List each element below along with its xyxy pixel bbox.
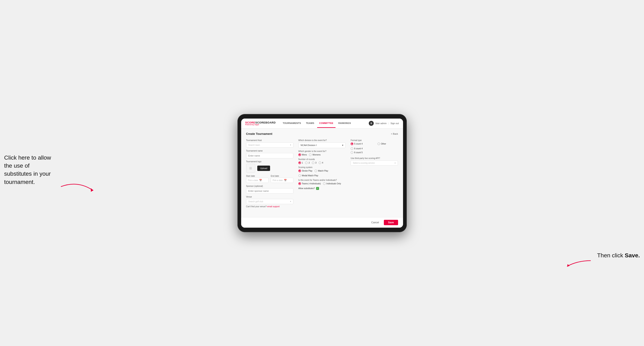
form-col2: Which division is the event for? NCAA Di… [298, 139, 346, 208]
format-other-radio[interactable] [378, 143, 380, 145]
upload-button[interactable]: Upload [257, 166, 270, 171]
scoring-match-radio[interactable] [314, 170, 317, 172]
logo-scoreboard: SCORESCOREBOARD [245, 121, 276, 124]
round-1-radio[interactable] [298, 162, 301, 164]
round-3-label: 3 [315, 162, 316, 164]
division-label: Which division is the event for? [298, 139, 346, 142]
gender-womens-label: Womens [312, 154, 320, 156]
format-6count5-radio[interactable] [350, 151, 353, 154]
format-6count5[interactable]: 6 count 5 [350, 151, 371, 154]
sign-out-link[interactable]: Sign out [390, 122, 399, 125]
nav-user: B blair admin | Sign out [369, 121, 399, 126]
cancel-button[interactable]: Cancel [368, 220, 382, 225]
format-6count4-radio[interactable] [350, 147, 353, 150]
powered-by-text: Powered by [245, 124, 254, 125]
scoring-stroke[interactable]: Stroke Play [298, 170, 312, 172]
division-select[interactable]: NCAA Division I ▾ [298, 143, 346, 148]
format-5count4-radio[interactable] [350, 143, 353, 145]
annotation-right: Then click Save. [597, 251, 640, 259]
logo-scoreboard-text: SCOREBOARD [255, 121, 276, 124]
format-5count4[interactable]: 5 count 4 [350, 143, 371, 145]
save-button[interactable]: Save [384, 220, 398, 225]
form-footer: Cancel Save [241, 217, 403, 228]
gender-womens-radio[interactable] [309, 154, 312, 156]
venue-label: Venue [246, 196, 294, 198]
rounds-label: Number of rounds [298, 158, 346, 161]
logo-scoreboard-red: SCORE [245, 121, 256, 124]
teams-plus-individuals[interactable]: Teams (+Individuals) [298, 182, 321, 185]
brand-text: clippd [254, 124, 259, 125]
division-chevron-icon: ▾ [342, 144, 343, 147]
annotation-right-text: Then click [597, 252, 625, 259]
scoring-medal-radio[interactable] [298, 174, 301, 177]
tablet-screen: SCORESCOREBOARD Powered by clippd TOURNA… [241, 119, 403, 228]
arrow-right-icon [562, 258, 593, 270]
start-date-input[interactable]: Pick a date 📅 [246, 178, 269, 183]
round-4-label: 4 [322, 162, 323, 164]
individuals-only[interactable]: Individuals Only [323, 182, 341, 185]
arrow-left-icon [59, 178, 96, 195]
svg-marker-1 [567, 264, 570, 267]
scoring-service-select[interactable]: Select a scoring service ▾ [350, 161, 398, 166]
teams-radio-group: Teams (+Individuals) Individuals Only [298, 182, 346, 185]
gender-mens[interactable]: Mens [298, 154, 307, 156]
round-3[interactable]: 3 [312, 162, 316, 164]
end-date-section: End date Pick a date 📅 [271, 175, 294, 183]
round-2-label: 2 [308, 162, 310, 164]
round-4-radio[interactable] [318, 162, 321, 164]
teams-label: Is this event for Teams and/or Individua… [298, 179, 346, 181]
venue-help: Can't find your venue? email support [246, 205, 294, 208]
format-options: 5 count 4 Other 6 count 4 [350, 143, 398, 154]
scoring-match[interactable]: Match Play [314, 170, 328, 172]
tournament-logo-label: Tournament logo [246, 161, 294, 163]
back-link[interactable]: < Back [391, 133, 398, 135]
venue-input[interactable]: Search golf club ▾ [246, 199, 294, 204]
allow-subs-checkbox[interactable] [316, 187, 319, 190]
page-title: Create Tournament [246, 132, 272, 136]
scoring-service-placeholder: Select a scoring service [353, 162, 375, 164]
nav-tournaments[interactable]: TOURNAMENTS [280, 119, 303, 128]
annotation-left: Click here to allow the use of substitut… [4, 154, 58, 186]
format-other[interactable]: Other [378, 143, 398, 145]
format-type-label: Format type [350, 139, 398, 142]
round-1[interactable]: 1 [298, 162, 303, 164]
annotation-right-bold: Save. [625, 252, 640, 259]
venue-chevron-icon: ▾ [290, 200, 291, 202]
scoring-medal[interactable]: Medal Match Play [298, 174, 318, 177]
form-grid: Tournament Host Search team ▾ Tournament… [246, 139, 398, 208]
scoring-stroke-label: Stroke Play [302, 170, 312, 172]
user-name: blair admin [375, 122, 386, 125]
tournament-name-label: Tournament name [246, 150, 294, 152]
round-2[interactable]: 2 [305, 162, 310, 164]
round-2-radio[interactable] [305, 162, 308, 164]
logo-placeholder-icon: ⊞ [246, 164, 255, 173]
round-4[interactable]: 4 [318, 162, 323, 164]
tournament-host-label: Tournament Host [246, 139, 294, 142]
email-support-link[interactable]: email support [267, 205, 280, 208]
nav-teams[interactable]: TEAMS [304, 119, 316, 128]
scoring-stroke-radio[interactable] [298, 170, 301, 172]
sponsor-label: Sponsor (optional) [246, 185, 294, 187]
scoring-api-label: Use third-party live scoring API? [350, 157, 398, 159]
rounds-radio-group: 1 2 3 4 [298, 162, 346, 164]
format-6count4[interactable]: 6 count 4 [350, 147, 371, 150]
logo-powered: Powered by clippd [245, 124, 276, 125]
nav-links: TOURNAMENTS TEAMS COMMITTEE RANKINGS [280, 119, 369, 128]
scoring-match-label: Match Play [318, 170, 328, 172]
nav-committee[interactable]: COMMITTEE [317, 119, 336, 128]
round-3-radio[interactable] [312, 162, 314, 164]
tournament-name-input[interactable] [246, 153, 294, 158]
nav-rankings[interactable]: RANKINGS [336, 119, 353, 128]
tournament-host-input[interactable]: Search team ▾ [246, 143, 294, 148]
individuals-radio[interactable] [323, 182, 326, 185]
venue-placeholder: Search golf club [248, 200, 263, 203]
sponsor-input[interactable] [246, 188, 294, 194]
calendar-icon: 📅 [259, 179, 262, 182]
gender-womens[interactable]: Womens [309, 154, 320, 156]
page-header: Create Tournament < Back [246, 132, 398, 136]
end-date-input[interactable]: Pick a date 📅 [271, 178, 294, 183]
teams-radio[interactable] [298, 182, 301, 185]
end-date-label: End date [271, 175, 294, 177]
gender-label: Which gender is the event for? [298, 150, 346, 152]
gender-mens-radio[interactable] [298, 154, 301, 156]
